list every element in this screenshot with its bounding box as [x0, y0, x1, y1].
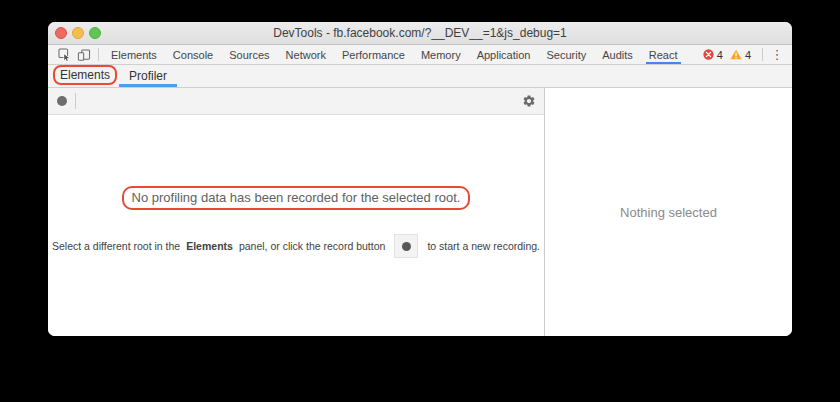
minimize-window-button[interactable] — [72, 27, 84, 39]
inspect-element-icon[interactable] — [54, 45, 74, 64]
tab-network[interactable]: Network — [278, 45, 334, 64]
tab-audits[interactable]: Audits — [594, 45, 641, 64]
record-icon — [402, 242, 411, 251]
tab-security[interactable]: Security — [538, 45, 594, 64]
record-button[interactable] — [57, 96, 67, 106]
annotation-highlight-elements: Elements — [53, 65, 117, 85]
profiler-empty-state: No profiling data has been recorded for … — [48, 115, 544, 336]
empty-message-text: No profiling data has been recorded for … — [132, 190, 461, 205]
react-subtabbar: Elements Profiler — [48, 65, 792, 88]
separator — [98, 48, 99, 61]
separator — [75, 93, 76, 109]
error-count-badge[interactable]: 4 — [703, 49, 723, 61]
window-title: DevTools - fb.facebook.com/?__DEV__=1&js… — [273, 26, 567, 40]
traffic-light-buttons — [55, 22, 101, 44]
react-subtab-profiler[interactable]: Profiler — [119, 66, 177, 87]
react-panel-body: No profiling data has been recorded for … — [48, 88, 792, 336]
window-titlebar: DevTools - fb.facebook.com/?__DEV__=1&js… — [48, 22, 792, 45]
tabbar-right-controls: 4 4 ⋮ — [703, 48, 792, 61]
settings-gear-icon[interactable] — [522, 94, 536, 108]
profiler-toolbar — [48, 88, 544, 115]
zoom-window-button[interactable] — [89, 27, 101, 39]
tab-elements[interactable]: Elements — [103, 45, 165, 64]
error-count: 4 — [717, 49, 723, 61]
warning-count-badge[interactable]: 4 — [730, 49, 751, 61]
instruction-bold-elements: Elements — [186, 240, 233, 252]
instruction-part1: Select a different root in the — [52, 240, 180, 252]
tab-application[interactable]: Application — [469, 45, 539, 64]
tab-react[interactable]: React — [641, 45, 686, 64]
instruction-part2: panel, or click the record button — [239, 240, 386, 252]
instruction-text: Select a different root in the Elements … — [49, 234, 543, 258]
more-menu-icon[interactable]: ⋮ — [767, 48, 787, 61]
devtools-window: DevTools - fb.facebook.com/?__DEV__=1&js… — [48, 22, 792, 336]
react-subtab-elements[interactable]: Elements — [55, 67, 115, 83]
separator — [762, 48, 763, 61]
instruction-part3: to start a new recording. — [427, 240, 540, 252]
nothing-selected-text: Nothing selected — [620, 205, 717, 220]
warning-count: 4 — [745, 49, 751, 61]
close-window-button[interactable] — [55, 27, 67, 39]
error-icon — [703, 49, 714, 60]
details-panel: Nothing selected — [545, 88, 792, 336]
tab-memory[interactable]: Memory — [413, 45, 469, 64]
tab-console[interactable]: Console — [165, 45, 221, 64]
devtools-tabbar: Elements Console Sources Network Perform… — [48, 45, 792, 65]
warning-icon — [730, 49, 742, 60]
tab-performance[interactable]: Performance — [334, 45, 413, 64]
record-button-inline[interactable] — [394, 234, 418, 258]
annotation-highlight-message: No profiling data has been recorded for … — [122, 186, 471, 210]
device-toolbar-icon[interactable] — [74, 45, 94, 64]
profiler-panel: No profiling data has been recorded for … — [48, 88, 545, 336]
tab-sources[interactable]: Sources — [221, 45, 277, 64]
